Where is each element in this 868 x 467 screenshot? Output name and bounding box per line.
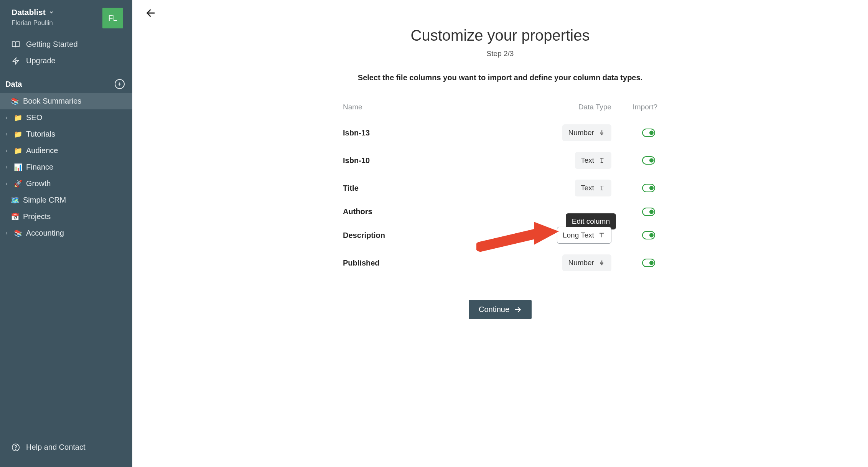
table-header: Name Data Type Import?: [343, 103, 657, 119]
svg-point-12: [601, 261, 602, 261]
number-type-icon: [598, 130, 606, 136]
import-toggle[interactable]: [642, 129, 655, 137]
svg-point-13: [601, 264, 602, 265]
type-cell: Text: [527, 152, 611, 169]
property-name: Isbn-10: [343, 156, 523, 165]
type-cell: Number: [527, 254, 611, 271]
type-label: Long Text: [563, 231, 594, 239]
item-label: Simple CRM: [23, 196, 66, 205]
instruction: Select the file columns you want to impo…: [343, 73, 657, 82]
chevron-down-icon: [49, 10, 54, 15]
type-cell: Number: [527, 124, 611, 141]
sidebar-header: Datablist Florian Poullin FL: [0, 8, 132, 33]
import-toggle[interactable]: [642, 231, 655, 239]
col-name: Name: [343, 103, 523, 111]
sidebar: Datablist Florian Poullin FL Getting Sta…: [0, 0, 132, 467]
back-button[interactable]: [144, 6, 158, 20]
table-row: AuthorsEdit column: [343, 202, 657, 221]
add-collection-button[interactable]: [115, 79, 125, 89]
import-cell: [615, 129, 657, 137]
workspace-switcher[interactable]: Datablist: [12, 8, 54, 17]
arrow-right-icon: [514, 306, 522, 314]
item-icon: 📁: [14, 147, 22, 155]
item-icon: 📚: [14, 229, 22, 238]
import-cell: [615, 184, 657, 192]
sidebar-item[interactable]: 📅Projects: [0, 208, 132, 225]
workspace-name: Datablist: [12, 8, 46, 17]
continue-button[interactable]: Continue: [469, 300, 532, 319]
chevron-right-icon[interactable]: [3, 149, 10, 153]
chevron-right-icon[interactable]: [3, 116, 10, 120]
nav-upgrade[interactable]: Upgrade: [0, 53, 132, 69]
chevron-right-icon[interactable]: [3, 231, 10, 235]
type-label: Number: [568, 259, 594, 267]
import-toggle[interactable]: [642, 208, 655, 216]
import-cell: [615, 156, 657, 165]
chevron-right-icon[interactable]: [3, 165, 10, 169]
property-name: Isbn-13: [343, 129, 523, 137]
sidebar-item[interactable]: 🗺️Simple CRM: [0, 192, 132, 208]
book-icon: [12, 40, 20, 49]
data-type-selector[interactable]: Number: [562, 254, 611, 271]
nav-help[interactable]: Help and Contact: [0, 439, 132, 455]
plus-icon: [117, 81, 122, 87]
workspace-info[interactable]: Datablist Florian Poullin: [12, 8, 54, 27]
table-row: Isbn-13Number: [343, 119, 657, 147]
sidebar-item[interactable]: 🚀Growth: [0, 175, 132, 192]
table-row: TitleText: [343, 174, 657, 202]
item-icon: 📅: [11, 213, 19, 221]
page-title: Customize your properties: [343, 27, 657, 44]
help-icon: [12, 443, 20, 452]
data-type-selector[interactable]: Text: [575, 152, 611, 169]
section-header-data: Data: [0, 72, 132, 93]
svg-point-7: [601, 134, 602, 135]
item-label: Book Summaries: [23, 97, 81, 106]
chevron-right-icon[interactable]: [3, 132, 10, 136]
nav-label: Upgrade: [26, 56, 56, 65]
sidebar-item[interactable]: 📁Tutorials: [0, 126, 132, 142]
number-type-icon: [598, 260, 606, 266]
avatar[interactable]: FL: [102, 8, 123, 28]
import-toggle[interactable]: [642, 259, 655, 267]
data-type-selector[interactable]: Long Text: [557, 227, 611, 244]
data-type-selector[interactable]: Text: [575, 180, 611, 196]
text-type-icon: [598, 157, 606, 164]
item-icon: 📊: [14, 163, 22, 172]
import-cell: [615, 208, 657, 216]
svg-marker-0: [13, 58, 19, 64]
item-label: Audience: [26, 146, 58, 155]
content: Customize your properties Step 2/3 Selec…: [328, 0, 673, 350]
main: Customize your properties Step 2/3 Selec…: [132, 0, 868, 467]
import-toggle[interactable]: [642, 156, 655, 165]
item-label: SEO: [26, 113, 42, 122]
sidebar-item[interactable]: 📁SEO: [0, 109, 132, 126]
item-icon: 📚: [11, 97, 19, 106]
import-toggle[interactable]: [642, 184, 655, 192]
type-cell: Text: [527, 180, 611, 196]
type-label: Number: [568, 129, 594, 137]
col-import: Import?: [615, 103, 657, 111]
table-row: PublishedNumber: [343, 249, 657, 277]
nav-label: Getting Started: [26, 40, 78, 49]
sidebar-item[interactable]: 📊Finance: [0, 159, 132, 175]
sidebar-footer: Help and Contact: [0, 439, 132, 459]
nav-getting-started[interactable]: Getting Started: [0, 36, 132, 53]
import-cell: [615, 231, 657, 239]
item-icon: 🗺️: [11, 196, 19, 205]
item-icon: 📁: [14, 114, 22, 122]
sidebar-item[interactable]: 📚Accounting: [0, 225, 132, 241]
item-label: Finance: [26, 163, 53, 172]
col-type: Data Type: [527, 103, 611, 111]
sidebar-item[interactable]: 📚Book Summaries: [0, 93, 132, 109]
sidebar-item[interactable]: 📁Audience: [0, 142, 132, 159]
section-label: Data: [5, 80, 22, 89]
chevron-right-icon[interactable]: [3, 182, 10, 186]
nav-top: Getting Started Upgrade: [0, 33, 132, 72]
item-label: Accounting: [26, 229, 64, 238]
item-label: Tutorials: [26, 130, 55, 139]
arrow-left-icon: [145, 8, 156, 18]
text-type-icon: [598, 185, 606, 191]
property-name: Title: [343, 184, 523, 193]
sidebar-tree: 📚Book Summaries📁SEO📁Tutorials📁Audience📊F…: [0, 93, 132, 241]
data-type-selector[interactable]: Number: [562, 124, 611, 141]
